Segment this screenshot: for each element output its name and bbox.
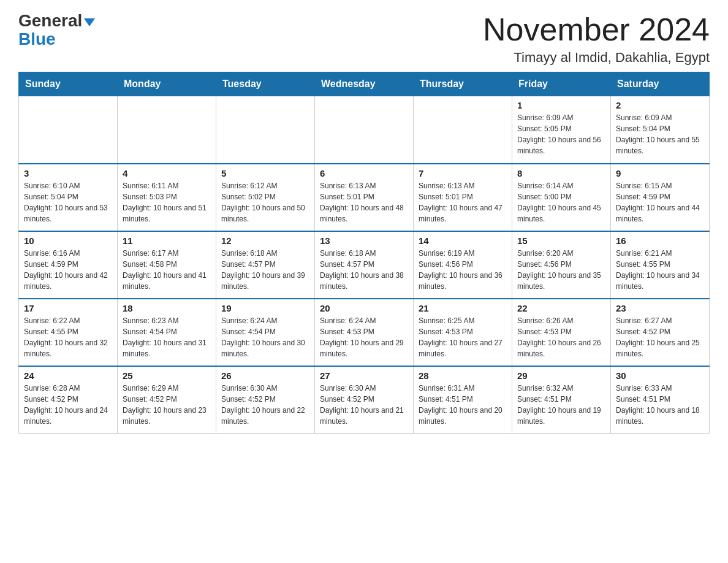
day-info: Sunrise: 6:13 AMSunset: 5:01 PMDaylight:…: [419, 180, 507, 224]
day-number: 29: [517, 370, 605, 381]
day-info: Sunrise: 6:33 AMSunset: 4:51 PMDaylight:…: [616, 383, 704, 427]
calendar-cell: [414, 96, 512, 164]
day-number: 7: [419, 168, 507, 178]
calendar-cell: 19Sunrise: 6:24 AMSunset: 4:54 PMDayligh…: [216, 299, 315, 366]
day-number: 26: [221, 370, 309, 381]
day-number: 13: [320, 236, 408, 246]
calendar-week-row: 24Sunrise: 6:28 AMSunset: 4:52 PMDayligh…: [19, 366, 710, 434]
day-number: 10: [24, 236, 112, 246]
day-info: Sunrise: 6:16 AMSunset: 4:59 PMDaylight:…: [24, 248, 112, 292]
day-number: 20: [320, 303, 408, 313]
weekday-header-tuesday: Tuesday: [216, 72, 315, 96]
calendar-cell: 13Sunrise: 6:18 AMSunset: 4:57 PMDayligh…: [315, 231, 414, 299]
calendar-week-row: 10Sunrise: 6:16 AMSunset: 4:59 PMDayligh…: [19, 231, 710, 299]
logo: General Blue: [18, 12, 95, 48]
day-info: Sunrise: 6:26 AMSunset: 4:53 PMDaylight:…: [517, 315, 605, 359]
day-info: Sunrise: 6:30 AMSunset: 4:52 PMDaylight:…: [320, 383, 408, 427]
day-info: Sunrise: 6:11 AMSunset: 5:03 PMDaylight:…: [123, 180, 211, 224]
day-number: 8: [517, 168, 605, 178]
day-info: Sunrise: 6:20 AMSunset: 4:56 PMDaylight:…: [517, 248, 605, 292]
day-number: 14: [419, 236, 507, 246]
day-number: 16: [616, 236, 704, 246]
page-header: General Blue November 2024 Timayy al Imd…: [18, 12, 710, 66]
day-info: Sunrise: 6:13 AMSunset: 5:01 PMDaylight:…: [320, 180, 408, 224]
calendar-cell: 10Sunrise: 6:16 AMSunset: 4:59 PMDayligh…: [19, 231, 118, 299]
calendar-cell: 26Sunrise: 6:30 AMSunset: 4:52 PMDayligh…: [216, 366, 315, 434]
weekday-header-monday: Monday: [118, 72, 216, 96]
day-info: Sunrise: 6:19 AMSunset: 4:56 PMDaylight:…: [419, 248, 507, 292]
weekday-header-wednesday: Wednesday: [315, 72, 414, 96]
calendar-cell: 1Sunrise: 6:09 AMSunset: 5:05 PMDaylight…: [512, 96, 611, 164]
day-number: 25: [123, 370, 211, 381]
calendar-cell: 3Sunrise: 6:10 AMSunset: 5:04 PMDaylight…: [19, 164, 118, 231]
calendar-cell: 15Sunrise: 6:20 AMSunset: 4:56 PMDayligh…: [512, 231, 611, 299]
day-info: Sunrise: 6:17 AMSunset: 4:58 PMDaylight:…: [123, 248, 211, 292]
calendar-cell: [19, 96, 118, 164]
calendar-cell: 2Sunrise: 6:09 AMSunset: 5:04 PMDaylight…: [611, 96, 710, 164]
calendar-cell: 22Sunrise: 6:26 AMSunset: 4:53 PMDayligh…: [512, 299, 611, 366]
day-number: 1: [517, 100, 605, 110]
title-area: November 2024 Timayy al Imdid, Dakahlia,…: [483, 12, 710, 66]
calendar-cell: [216, 96, 315, 164]
day-number: 21: [419, 303, 507, 313]
day-info: Sunrise: 6:24 AMSunset: 4:53 PMDaylight:…: [320, 315, 408, 359]
calendar-cell: [118, 96, 216, 164]
calendar-cell: [315, 96, 414, 164]
day-number: 11: [123, 236, 211, 246]
calendar-cell: 16Sunrise: 6:21 AMSunset: 4:55 PMDayligh…: [611, 231, 710, 299]
calendar-cell: 23Sunrise: 6:27 AMSunset: 4:52 PMDayligh…: [611, 299, 710, 366]
calendar-cell: 5Sunrise: 6:12 AMSunset: 5:02 PMDaylight…: [216, 164, 315, 231]
logo-blue: Blue: [18, 31, 56, 48]
calendar-cell: 17Sunrise: 6:22 AMSunset: 4:55 PMDayligh…: [19, 299, 118, 366]
day-info: Sunrise: 6:21 AMSunset: 4:55 PMDaylight:…: [616, 248, 704, 292]
calendar-cell: 30Sunrise: 6:33 AMSunset: 4:51 PMDayligh…: [611, 366, 710, 434]
logo-general: General: [18, 12, 82, 29]
day-number: 2: [616, 100, 704, 110]
day-number: 27: [320, 370, 408, 381]
day-number: 6: [320, 168, 408, 178]
day-number: 22: [517, 303, 605, 313]
day-number: 24: [24, 370, 112, 381]
day-number: 23: [616, 303, 704, 313]
day-info: Sunrise: 6:09 AMSunset: 5:04 PMDaylight:…: [616, 112, 704, 156]
weekday-header-friday: Friday: [512, 72, 611, 96]
calendar-cell: 27Sunrise: 6:30 AMSunset: 4:52 PMDayligh…: [315, 366, 414, 434]
day-info: Sunrise: 6:30 AMSunset: 4:52 PMDaylight:…: [221, 383, 309, 427]
day-number: 18: [123, 303, 211, 313]
calendar-cell: 14Sunrise: 6:19 AMSunset: 4:56 PMDayligh…: [414, 231, 512, 299]
calendar-week-row: 17Sunrise: 6:22 AMSunset: 4:55 PMDayligh…: [19, 299, 710, 366]
day-number: 5: [221, 168, 309, 178]
calendar-cell: 28Sunrise: 6:31 AMSunset: 4:51 PMDayligh…: [414, 366, 512, 434]
weekday-header-thursday: Thursday: [414, 72, 512, 96]
day-number: 3: [24, 168, 112, 178]
calendar-cell: 11Sunrise: 6:17 AMSunset: 4:58 PMDayligh…: [118, 231, 216, 299]
day-number: 17: [24, 303, 112, 313]
day-info: Sunrise: 6:28 AMSunset: 4:52 PMDaylight:…: [24, 383, 112, 427]
calendar-cell: 18Sunrise: 6:23 AMSunset: 4:54 PMDayligh…: [118, 299, 216, 366]
day-number: 12: [221, 236, 309, 246]
calendar-cell: 8Sunrise: 6:14 AMSunset: 5:00 PMDaylight…: [512, 164, 611, 231]
day-info: Sunrise: 6:25 AMSunset: 4:53 PMDaylight:…: [419, 315, 507, 359]
day-info: Sunrise: 6:18 AMSunset: 4:57 PMDaylight:…: [320, 248, 408, 292]
day-number: 9: [616, 168, 704, 178]
calendar-cell: 20Sunrise: 6:24 AMSunset: 4:53 PMDayligh…: [315, 299, 414, 366]
day-info: Sunrise: 6:10 AMSunset: 5:04 PMDaylight:…: [24, 180, 112, 224]
day-info: Sunrise: 6:15 AMSunset: 4:59 PMDaylight:…: [616, 180, 704, 224]
weekday-header-sunday: Sunday: [19, 72, 118, 96]
day-info: Sunrise: 6:31 AMSunset: 4:51 PMDaylight:…: [419, 383, 507, 427]
weekday-header-row: SundayMondayTuesdayWednesdayThursdayFrid…: [19, 72, 710, 96]
day-info: Sunrise: 6:14 AMSunset: 5:00 PMDaylight:…: [517, 180, 605, 224]
logo-arrow-icon: [84, 18, 95, 26]
day-info: Sunrise: 6:18 AMSunset: 4:57 PMDaylight:…: [221, 248, 309, 292]
calendar-cell: 21Sunrise: 6:25 AMSunset: 4:53 PMDayligh…: [414, 299, 512, 366]
calendar-cell: 4Sunrise: 6:11 AMSunset: 5:03 PMDaylight…: [118, 164, 216, 231]
day-info: Sunrise: 6:22 AMSunset: 4:55 PMDaylight:…: [24, 315, 112, 359]
day-info: Sunrise: 6:29 AMSunset: 4:52 PMDaylight:…: [123, 383, 211, 427]
day-number: 30: [616, 370, 704, 381]
weekday-header-saturday: Saturday: [611, 72, 710, 96]
month-title: November 2024: [483, 12, 710, 47]
calendar-cell: 24Sunrise: 6:28 AMSunset: 4:52 PMDayligh…: [19, 366, 118, 434]
calendar-week-row: 1Sunrise: 6:09 AMSunset: 5:05 PMDaylight…: [19, 96, 710, 164]
calendar-week-row: 3Sunrise: 6:10 AMSunset: 5:04 PMDaylight…: [19, 164, 710, 231]
calendar-cell: 25Sunrise: 6:29 AMSunset: 4:52 PMDayligh…: [118, 366, 216, 434]
